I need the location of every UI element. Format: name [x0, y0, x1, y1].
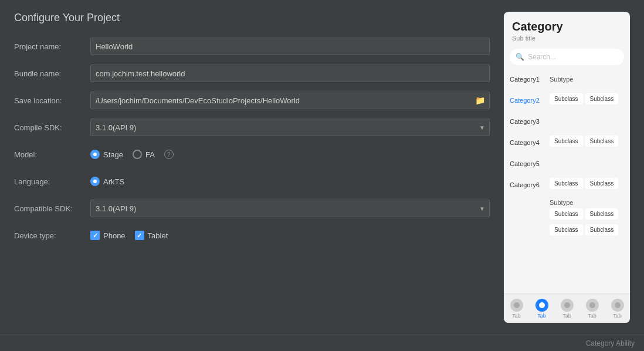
- model-label: Model:: [14, 150, 90, 159]
- save-location-row: Save location: 📁: [14, 91, 490, 110]
- bundle-name-input[interactable]: [90, 65, 490, 82]
- category1-subclasses: Subtype: [550, 72, 624, 83]
- tab-item-3[interactable]: Tab: [561, 299, 574, 319]
- category2-row: Category2 Subclass Subclass: [504, 91, 630, 112]
- device-phone-option[interactable]: Phone: [90, 231, 126, 240]
- language-arkts-label: ArkTS: [103, 177, 124, 186]
- bundle-name-row: Bundle name:: [14, 64, 490, 83]
- svg-point-0: [514, 302, 520, 308]
- tab-4-label: Tab: [588, 313, 596, 319]
- folder-icon[interactable]: 📁: [475, 96, 485, 105]
- extra-subtype-label: Subtype: [510, 199, 624, 206]
- phone-content: Category Sub title 🔍 Search... Category1…: [504, 12, 630, 323]
- tab-item-1[interactable]: Tab: [510, 299, 523, 319]
- device-tablet-checkbox[interactable]: [135, 231, 144, 240]
- tab-item-4[interactable]: Tab: [586, 299, 599, 319]
- phone-category-list: Category1 Subtype Category2 Subclass Sub…: [504, 70, 630, 293]
- category6-name[interactable]: Category6: [510, 178, 550, 188]
- category4-name[interactable]: Category4: [510, 136, 550, 146]
- category3-row: Category3: [504, 112, 630, 133]
- category2-subclass1[interactable]: Subclass: [550, 93, 583, 104]
- device-tablet-option[interactable]: Tablet: [135, 231, 168, 240]
- compatible-sdk-row: Compatible SDK: 3.1.0(API 9) ▼: [14, 199, 490, 218]
- category6-subclass2[interactable]: Subclass: [585, 178, 619, 189]
- svg-point-1: [539, 302, 545, 308]
- language-arkts-radio[interactable]: [90, 177, 100, 186]
- compatible-sdk-label: Compatible SDK:: [14, 204, 90, 213]
- tab-4-icon: [586, 299, 599, 312]
- left-panel: Configure Your Project Project name: Bun…: [14, 12, 490, 323]
- extra-subclass4[interactable]: Subclass: [585, 224, 619, 235]
- extra-subtype-row1: Subclass Subclass: [510, 208, 624, 220]
- model-fa-option[interactable]: FA: [133, 150, 155, 159]
- extra-subtype-section: Subtype Subclass Subclass: [504, 197, 630, 223]
- category2-name[interactable]: Category2: [510, 93, 550, 104]
- category1-subtype: Subtype: [550, 72, 573, 83]
- extra-subclass2[interactable]: Subclass: [585, 208, 619, 220]
- save-location-input[interactable]: [90, 92, 490, 109]
- language-radio-group: ArkTS: [90, 177, 124, 186]
- bottom-label-text: Category Ability: [586, 339, 635, 347]
- phone-header: Category Sub title: [504, 12, 630, 44]
- extra-subclass1[interactable]: Subclass: [550, 208, 583, 220]
- phone-tabbar: Tab Tab Tab: [504, 293, 630, 323]
- compile-sdk-label: Compile SDK:: [14, 123, 90, 132]
- category2-subclasses: Subclass Subclass: [550, 93, 624, 104]
- svg-point-3: [589, 302, 595, 308]
- tab-5-icon: [611, 299, 624, 312]
- tab-3-icon: [561, 299, 574, 312]
- preview-subtitle: Sub title: [512, 35, 622, 42]
- device-tablet-label: Tablet: [148, 231, 168, 240]
- compile-sdk-row: Compile SDK: 3.1.0(API 9) ▼: [14, 118, 490, 137]
- compatible-sdk-select-wrapper: 3.1.0(API 9) ▼: [90, 200, 490, 217]
- project-name-label: Project name:: [14, 42, 90, 51]
- category4-subclass1[interactable]: Subclass: [550, 136, 583, 147]
- model-radio-group: Stage FA ?: [90, 150, 174, 159]
- category4-row: Category4 Subclass Subclass: [504, 133, 630, 154]
- model-fa-radio[interactable]: [133, 150, 142, 159]
- category6-subclass1[interactable]: Subclass: [550, 178, 583, 189]
- category3-name[interactable]: Category3: [510, 114, 550, 125]
- category4-subclasses: Subclass Subclass: [550, 136, 624, 147]
- extra-subclass3[interactable]: Subclass: [550, 224, 583, 235]
- language-row: Language: ArkTS: [14, 172, 490, 191]
- compile-sdk-select-wrapper: 3.1.0(API 9) ▼: [90, 119, 490, 136]
- device-type-row: Device type: Phone Tablet: [14, 226, 490, 245]
- tab-2-icon: [535, 299, 548, 312]
- category2-subclass2[interactable]: Subclass: [585, 93, 619, 104]
- category5-row: Category5: [504, 154, 630, 176]
- device-phone-label: Phone: [103, 231, 126, 240]
- project-name-input[interactable]: [90, 38, 490, 55]
- category6-row: Category6 Subclass Subclass: [504, 176, 630, 197]
- tab-1-icon: [510, 299, 523, 312]
- device-type-label: Device type:: [14, 231, 90, 240]
- category4-subclass2[interactable]: Subclass: [585, 136, 619, 147]
- compatible-sdk-select[interactable]: 3.1.0(API 9): [90, 200, 490, 217]
- model-stage-option[interactable]: Stage: [90, 150, 123, 159]
- preview-category-title: Category: [512, 20, 622, 33]
- save-location-label: Save location:: [14, 96, 90, 105]
- extra-subclass-row2-section: Subclass Subclass: [504, 223, 630, 239]
- search-placeholder-text: Search...: [528, 53, 556, 61]
- tab-2-label: Tab: [537, 313, 546, 319]
- compile-sdk-select[interactable]: 3.1.0(API 9): [90, 119, 490, 136]
- model-help-icon[interactable]: ?: [164, 150, 174, 159]
- model-row: Model: Stage FA ?: [14, 145, 490, 164]
- phone-preview-panel: Category Sub title 🔍 Search... Category1…: [504, 12, 630, 323]
- bundle-name-label: Bundle name:: [14, 69, 90, 78]
- model-stage-radio[interactable]: [90, 150, 100, 159]
- language-arkts-option[interactable]: ArkTS: [90, 177, 124, 186]
- tab-item-2[interactable]: Tab: [535, 299, 548, 319]
- extra-subtype-row2: Subclass Subclass: [510, 224, 624, 235]
- device-type-checkbox-group: Phone Tablet: [90, 231, 168, 240]
- phone-search-bar[interactable]: 🔍 Search...: [510, 49, 624, 65]
- category5-name[interactable]: Category5: [510, 157, 550, 167]
- tab-item-5[interactable]: Tab: [611, 299, 624, 319]
- svg-point-4: [615, 302, 621, 308]
- category1-row: Category1 Subtype: [504, 70, 630, 91]
- project-name-row: Project name:: [14, 37, 490, 56]
- model-fa-label: FA: [145, 150, 155, 159]
- main-container: Configure Your Project Project name: Bun…: [0, 0, 644, 335]
- tab-5-label: Tab: [613, 313, 622, 319]
- device-phone-checkbox[interactable]: [90, 231, 100, 240]
